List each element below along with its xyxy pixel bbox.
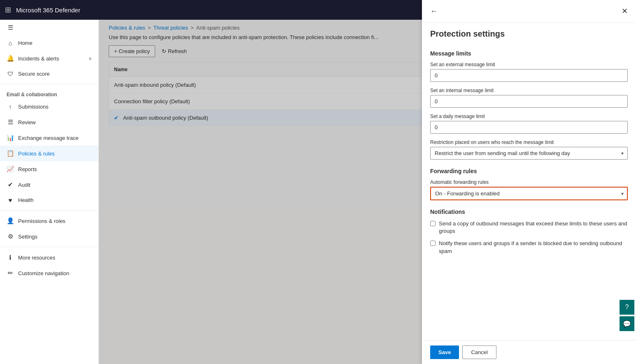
permissions-icon: 👤 [7, 217, 14, 225]
sidebar-item-exchange-message-trace[interactable]: 📊 Exchange message trace [0, 130, 98, 146]
sidebar-item-home[interactable]: ⌂ Home [0, 35, 98, 51]
restriction-select-wrap: Restrict the user from sending mail unti… [430, 147, 628, 160]
label-auto-forwarding: Automatic forwarding rules [430, 179, 628, 185]
sidebar-item-policies-rules[interactable]: 📋 Policies & rules [0, 146, 98, 161]
sidebar-divider-1 [0, 84, 98, 84]
input-daily-limit[interactable] [430, 121, 628, 134]
sidebar-label-incidents: Incidents & alerts [18, 56, 59, 62]
review-icon: ☰ [7, 118, 14, 126]
sidebar: ☰ ⌂ Home 🔔 Incidents & alerts ∨ 🛡 Secure… [0, 20, 99, 364]
home-icon: ⌂ [7, 39, 14, 46]
sidebar-label-audit: Audit [18, 182, 30, 188]
field-external-limit: Set an external message limit [430, 62, 628, 88]
sidebar-label-policies: Policies & rules [18, 151, 55, 157]
auto-forwarding-select-wrap: On - Forwarding is enabled Off - Forward… [430, 187, 628, 200]
input-internal-limit[interactable] [430, 95, 628, 108]
incidents-icon: 🔔 [7, 55, 14, 62]
section-title-message-limits: Message limits [430, 50, 628, 57]
sidebar-label-more-resources: More resources [18, 255, 55, 261]
sidebar-item-audit[interactable]: ✔ Audit [0, 177, 98, 192]
panel-body: Message limits Set an external message l… [422, 42, 636, 340]
audit-icon: ✔ [7, 181, 14, 188]
sidebar-label-customize: Customize navigation [18, 270, 69, 276]
field-auto-forwarding: Automatic forwarding rules On - Forwardi… [430, 179, 628, 200]
sidebar-label-reports: Reports [18, 166, 37, 172]
sidebar-item-incidents[interactable]: 🔔 Incidents & alerts ∨ [0, 51, 98, 66]
checkbox-copy-outbound-row: Send a copy of outbound messages that ex… [430, 220, 628, 235]
sidebar-label-submissions: Submissions [18, 104, 49, 110]
submissions-icon: ↑ [7, 103, 14, 110]
sidebar-item-reports[interactable]: 📈 Reports [0, 161, 98, 177]
label-restriction: Restriction placed on users who reach th… [430, 139, 628, 145]
shield-icon: 🛡 [7, 70, 14, 77]
sidebar-item-more-resources[interactable]: ℹ More resources [0, 250, 98, 265]
float-buttons: ? 💬 [620, 300, 634, 331]
cancel-button[interactable]: Cancel [462, 345, 496, 359]
panel-footer: Save Cancel [422, 340, 636, 364]
sidebar-label-review: Review [18, 119, 36, 125]
customize-icon: ✏ [7, 269, 14, 277]
field-restriction: Restriction placed on users who reach th… [430, 139, 628, 160]
float-chat-button[interactable]: 💬 [620, 316, 634, 331]
health-icon: ♥ [7, 197, 14, 204]
sidebar-item-health[interactable]: ♥ Health [0, 192, 98, 208]
checkbox-label-copy-outbound: Send a copy of outbound messages that ex… [439, 220, 628, 235]
section-title-forwarding-rules: Forwarding rules [430, 168, 628, 174]
panel-close-button[interactable]: ✕ [622, 7, 628, 16]
restriction-select[interactable]: Restrict the user from sending mail unti… [430, 147, 628, 160]
panel-back-button[interactable]: ← [430, 7, 438, 16]
sidebar-label-exchange: Exchange message trace [18, 135, 79, 141]
float-help-button[interactable]: ? [620, 300, 634, 315]
side-panel: ← ✕ Protection settings Message limits S… [422, 0, 636, 364]
panel-title: Protection settings [422, 23, 636, 42]
sidebar-divider-2 [0, 210, 98, 211]
field-daily-limit: Set a daily message limit [430, 114, 628, 139]
sidebar-menu-toggle[interactable]: ☰ [0, 20, 98, 35]
policies-icon: 📋 [7, 150, 14, 157]
sidebar-item-permissions[interactable]: 👤 Permissions & roles [0, 213, 98, 229]
field-internal-limit: Set an internal message limit [430, 88, 628, 114]
sidebar-item-customize-nav[interactable]: ✏ Customize navigation [0, 265, 98, 281]
exchange-icon: 📊 [7, 134, 14, 141]
sidebar-section-email-collab: Email & collaboration [0, 87, 98, 99]
chevron-down-icon: ∨ [89, 56, 92, 61]
checkbox-notify-blocked-row: Notify these users and groups if a sende… [430, 240, 628, 255]
label-internal-limit: Set an internal message limit [430, 88, 628, 93]
label-daily-limit: Set a daily message limit [430, 114, 628, 119]
sidebar-item-secure-score[interactable]: 🛡 Secure score [0, 66, 98, 81]
sidebar-label-settings: Settings [18, 234, 37, 240]
checkbox-notify-blocked[interactable] [430, 241, 436, 246]
section-title-notifications: Notifications [430, 209, 628, 215]
sidebar-label-home: Home [18, 40, 33, 46]
checkbox-copy-outbound[interactable] [430, 221, 436, 226]
sidebar-item-review[interactable]: ☰ Review [0, 114, 98, 130]
sidebar-item-settings[interactable]: ⚙ Settings [0, 229, 98, 244]
more-resources-icon: ℹ [7, 254, 14, 261]
checkbox-label-notify-blocked: Notify these users and groups if a sende… [439, 240, 628, 255]
settings-nav-icon: ⚙ [7, 233, 14, 240]
label-external-limit: Set an external message limit [430, 62, 628, 67]
sidebar-divider-3 [0, 247, 98, 247]
panel-header: ← ✕ [422, 0, 636, 23]
sidebar-label-health: Health [18, 197, 34, 203]
sidebar-item-submissions[interactable]: ↑ Submissions [0, 99, 98, 114]
grid-icon[interactable]: ⊞ [5, 5, 11, 14]
input-external-limit[interactable] [430, 69, 628, 82]
sidebar-label-secure-score: Secure score [18, 71, 50, 77]
reports-icon: 📈 [7, 165, 14, 173]
auto-forwarding-select[interactable]: On - Forwarding is enabled Off - Forward… [430, 187, 628, 200]
hamburger-icon: ☰ [7, 24, 14, 31]
sidebar-label-permissions: Permissions & roles [18, 218, 65, 224]
save-button[interactable]: Save [430, 345, 459, 359]
